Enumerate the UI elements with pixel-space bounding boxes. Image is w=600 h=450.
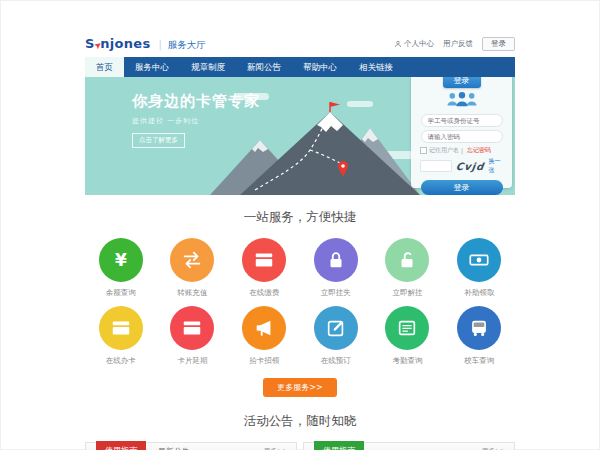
page: S ➤ njones | 服务大厅 个人中心 用户反馈 登录 首页 服务中心 — [0, 0, 600, 450]
service-item-transfer[interactable]: 转账充值 — [157, 238, 229, 298]
header: S ➤ njones | 服务大厅 个人中心 用户反馈 登录 — [85, 30, 515, 57]
username-input[interactable] — [421, 114, 503, 127]
announcement-bars: 使用指南 最新公告 更多>> 使用指南 更多>> — [85, 442, 515, 450]
login-submit-button[interactable]: 登录 — [421, 180, 503, 195]
services-grid: ¥ 余额查询 转账充值 在线缴费 — [85, 238, 515, 366]
hero-subtitle: 提供捷径 一步到位 — [132, 116, 260, 126]
personal-center-link[interactable]: 个人中心 — [394, 39, 434, 49]
nav-item-rules[interactable]: 规章制度 — [180, 57, 236, 77]
banknote-icon — [457, 238, 501, 282]
password-input[interactable] — [421, 130, 503, 143]
service-item-found-card[interactable]: 拾卡招领 — [228, 306, 300, 366]
captcha-input[interactable] — [420, 160, 452, 172]
right-panel-tabbar: 使用指南 更多>> — [303, 442, 515, 450]
remember-label: 记住用户名 — [429, 146, 459, 155]
nav-item-news[interactable]: 新闻公告 — [236, 57, 292, 77]
right-ribbon-tab[interactable]: 使用指南 — [314, 441, 364, 450]
user-feedback-link[interactable]: 用户反馈 — [443, 39, 473, 49]
hero-title: 你身边的卡管专家 — [132, 92, 260, 111]
service-item-card-extension[interactable]: 卡片延期 — [157, 306, 229, 366]
services-section: 一站服务，方便快捷 ¥ 余额查询 转账充值 在线缴费 — [85, 195, 515, 397]
nav-item-service-center[interactable]: 服务中心 — [124, 57, 180, 77]
hero-banner: 你身边的卡管专家 提供捷径 一步到位 点击了解更多 — [85, 77, 515, 195]
clipboard-icon — [385, 306, 429, 350]
yen-icon: ¥ — [99, 238, 143, 282]
service-item-apply-card[interactable]: 在线办卡 — [85, 306, 157, 366]
users-icon — [411, 91, 512, 111]
nav-item-links[interactable]: 相关链接 — [348, 57, 404, 77]
service-item-unfreeze[interactable]: 立即解挂 — [372, 238, 444, 298]
captcha-image[interactable]: Cvjd — [455, 161, 485, 172]
hero-copy: 你身边的卡管专家 提供捷径 一步到位 点击了解更多 — [132, 92, 260, 148]
captcha-refresh-link[interactable]: 换一张 — [488, 157, 503, 175]
bus-icon — [457, 306, 501, 350]
more-services-button[interactable]: 更多服务>> — [263, 378, 337, 397]
red-flag-icon — [330, 102, 340, 112]
service-item-attendance[interactable]: 考勤查询 — [372, 306, 444, 366]
main-nav: 首页 服务中心 规章制度 新闻公告 帮助中心 相关链接 — [85, 57, 515, 77]
logo-text-part2: njones — [100, 36, 150, 51]
user-feedback-label: 用户反馈 — [443, 39, 473, 49]
site-logo[interactable]: S ➤ njones | 服务大厅 — [85, 36, 206, 52]
login-options-row: 记住用户名 | 忘记密码 — [420, 146, 503, 155]
left-panel-tabbar: 使用指南 最新公告 更多>> — [85, 442, 297, 450]
service-item-booking[interactable]: 在线预订 — [300, 306, 372, 366]
nav-item-home[interactable]: 首页 — [85, 57, 124, 77]
header-right: 个人中心 用户反馈 登录 — [394, 37, 515, 51]
login-panel: 登录 记住用户名 | 忘记密码 — [411, 77, 512, 188]
captcha-row: Cvjd 换一张 — [420, 157, 503, 175]
nav-item-help[interactable]: 帮助中心 — [292, 57, 348, 77]
forgot-password-link[interactable]: 忘记密码 — [467, 146, 491, 155]
lock-icon — [314, 238, 358, 282]
left-ribbon-tab[interactable]: 使用指南 — [96, 441, 146, 450]
site-container: S ➤ njones | 服务大厅 个人中心 用户反馈 登录 首页 服务中心 — [85, 30, 515, 450]
logo-divider: | — [158, 39, 161, 50]
transfer-icon — [170, 238, 214, 282]
person-icon — [394, 40, 402, 48]
card-icon — [242, 238, 286, 282]
options-divider: | — [461, 147, 463, 154]
service-item-school-bus[interactable]: 校车查询 — [443, 306, 515, 366]
personal-center-label: 个人中心 — [404, 39, 434, 49]
remember-checkbox[interactable] — [420, 147, 427, 154]
service-item-subsidy[interactable]: 补助领取 — [443, 238, 515, 298]
hero-cta-button[interactable]: 点击了解更多 — [132, 133, 185, 148]
header-login-button[interactable]: 登录 — [482, 37, 515, 51]
service-item-report-loss[interactable]: 立即挂失 — [300, 238, 372, 298]
site-name: 服务大厅 — [168, 39, 206, 52]
login-tab[interactable]: 登录 — [443, 77, 481, 88]
announcements-title: 活动公告，随时知晓 — [85, 413, 515, 430]
service-item-pay[interactable]: 在线缴费 — [228, 238, 300, 298]
latest-news-tab[interactable]: 最新公告 — [158, 446, 190, 450]
edit-icon — [314, 306, 358, 350]
megaphone-icon — [242, 306, 286, 350]
card-icon — [99, 306, 143, 350]
service-item-balance[interactable]: ¥ 余额查询 — [85, 238, 157, 298]
unlock-icon — [385, 238, 429, 282]
announcements-section: 活动公告，随时知晓 使用指南 最新公告 更多>> 使用指南 更多>> — [85, 413, 515, 450]
card-icon — [170, 306, 214, 350]
services-title: 一站服务，方便快捷 — [85, 209, 515, 226]
